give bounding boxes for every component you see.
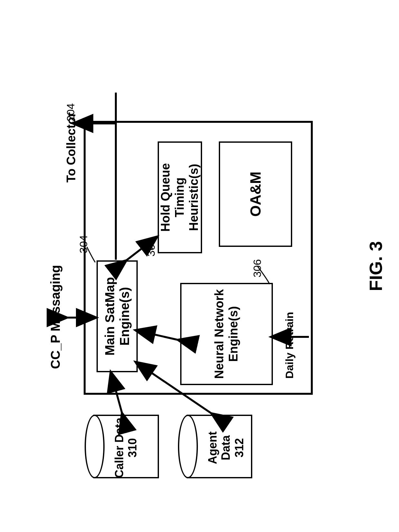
agent-data-cylinder: Agent Data312: [187, 415, 252, 478]
diagram-stage: Main SatMap Engine(s) Neural Network Eng…: [0, 0, 399, 532]
ref-308: 308: [145, 238, 157, 257]
hold-queue-label: Hold Queue Timing Heuristic(s): [159, 143, 201, 252]
oam-box: OA&M: [219, 141, 292, 247]
agent-data-ref: 312: [233, 438, 246, 457]
agent-data-label: Agent Data: [206, 431, 232, 464]
caller-data-ref: 310: [126, 438, 139, 457]
diagram-rotated-canvas: Main SatMap Engine(s) Neural Network Eng…: [39, 41, 360, 491]
neural-network-label: Neural Network Engine(s): [212, 284, 240, 384]
main-satmap-label: Main SatMap Engine(s): [102, 262, 132, 371]
ref-306: 306: [251, 259, 264, 277]
daily-retrain-label: Daily Retrain: [283, 312, 296, 379]
main-satmap-box: Main SatMap Engine(s): [97, 260, 138, 372]
ccp-messaging-label: CC_P Messaging: [48, 265, 63, 369]
neural-network-box: Neural Network Engine(s): [180, 283, 273, 385]
ref-304: 304: [77, 235, 90, 253]
ref-204: 204: [64, 103, 77, 122]
to-collector-label: To Collector: [64, 112, 78, 183]
figure-number: FIG. 3: [365, 241, 386, 291]
oam-label: OA&M: [247, 171, 264, 217]
hold-queue-box: Hold Queue Timing Heuristic(s): [158, 141, 202, 253]
caller-data-label: Caller Data: [113, 417, 126, 478]
caller-data-cylinder: Caller Data310: [93, 415, 159, 478]
